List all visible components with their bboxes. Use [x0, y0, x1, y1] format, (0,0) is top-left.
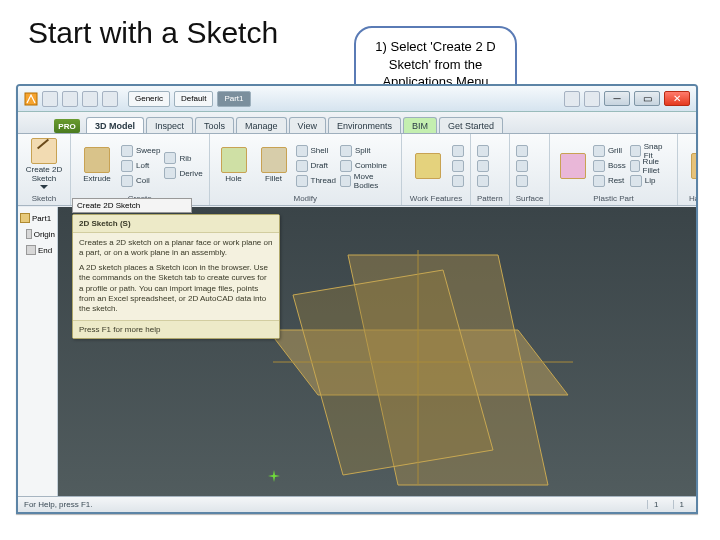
create-2d-sketch-button[interactable]: Create 2D Sketch [24, 138, 64, 193]
loft-button[interactable]: Loft [121, 159, 160, 173]
rect-pattern-button[interactable] [477, 144, 489, 158]
split-label: Split [355, 146, 371, 155]
plastic-col1: Grill Boss Rest [593, 144, 626, 188]
rib-button[interactable]: Rib [164, 151, 202, 165]
draft-button[interactable]: Draft [296, 159, 336, 173]
fillet-label: Fillet [265, 175, 282, 183]
tab-tools[interactable]: Tools [195, 117, 234, 133]
help-button[interactable] [584, 91, 600, 107]
end-icon [26, 245, 36, 255]
group-label: Plastic Part [556, 193, 670, 203]
part-icon [20, 213, 30, 223]
sweep-icon [121, 145, 133, 157]
mirror-button[interactable] [477, 174, 489, 188]
harness-button[interactable] [684, 153, 698, 179]
tab-file[interactable]: PRO [54, 119, 80, 133]
loft-label: Loft [136, 161, 149, 170]
rect-pattern-icon [477, 145, 489, 157]
search-button[interactable] [564, 91, 580, 107]
work-planes [258, 235, 628, 495]
slide-title: Start with a Sketch [28, 16, 278, 50]
group-label: Modify [216, 193, 395, 203]
surface-icon [516, 175, 528, 187]
point-button[interactable] [452, 159, 464, 173]
tree-root[interactable]: Part1 [20, 213, 55, 223]
folder-icon [26, 229, 32, 239]
qat-redo[interactable] [102, 91, 118, 107]
derive-button[interactable]: Derive [164, 166, 202, 180]
tab-bim[interactable]: BIM [403, 117, 437, 133]
draft-label: Draft [311, 161, 328, 170]
tab-view[interactable]: View [289, 117, 326, 133]
lip-label: Lip [645, 176, 656, 185]
shell-icon [296, 145, 308, 157]
boss-label: Boss [608, 161, 626, 170]
rest-button[interactable]: Rest [593, 174, 626, 188]
harness-icon [691, 153, 698, 179]
qat-undo[interactable] [82, 91, 98, 107]
plastic-icon [560, 153, 586, 179]
tree-origin[interactable]: Origin [26, 229, 55, 239]
circ-pattern-button[interactable] [477, 159, 489, 173]
sweep-label: Sweep [136, 146, 160, 155]
plane-button[interactable] [408, 153, 448, 179]
thread-button[interactable]: Thread [296, 174, 336, 188]
window-close[interactable]: ✕ [664, 91, 690, 106]
boss-button[interactable]: Boss [593, 159, 626, 173]
mirror-icon [477, 175, 489, 187]
axis-button[interactable] [452, 144, 464, 158]
circ-pattern-icon [477, 160, 489, 172]
group-surface: Surface [510, 134, 551, 205]
derive-icon [164, 167, 176, 179]
group-workfeatures: Work Features [402, 134, 471, 205]
boss-icon [593, 160, 605, 172]
qat-save[interactable] [62, 91, 78, 107]
window-minimize[interactable]: ─ [604, 91, 630, 106]
group-label: Work Features [408, 193, 464, 203]
window-maximize[interactable]: ▭ [634, 91, 660, 106]
sweep-button[interactable]: Sweep [121, 144, 160, 158]
modify-col1: Shell Draft Thread [296, 144, 336, 188]
qat-open[interactable] [42, 91, 58, 107]
rulefillet-button[interactable]: Rule Fillet [630, 159, 671, 173]
surface-btn3[interactable] [516, 174, 528, 188]
tooltip-title: 2D Sketch (S) [73, 215, 279, 233]
doc-part1[interactable]: Part1 [217, 91, 250, 107]
tab-getstarted[interactable]: Get Started [439, 117, 503, 133]
ucs-button[interactable] [452, 174, 464, 188]
ucs-icon [452, 175, 464, 187]
tab-inspect[interactable]: Inspect [146, 117, 193, 133]
tab-manage[interactable]: Manage [236, 117, 287, 133]
coil-button[interactable]: Coil [121, 174, 160, 188]
sketch-icon [31, 138, 57, 164]
plastic-main[interactable] [556, 153, 589, 179]
snapfit-button[interactable]: Snap Fit [630, 144, 671, 158]
loft-icon [121, 160, 133, 172]
movebodies-button[interactable]: Move Bodies [340, 174, 395, 188]
split-button[interactable]: Split [340, 144, 395, 158]
shell-button[interactable]: Shell [296, 144, 336, 158]
model-browser[interactable]: Part1 Origin End [18, 207, 58, 496]
doc-generic[interactable]: Generic [128, 91, 170, 107]
lip-button[interactable]: Lip [630, 174, 671, 188]
tooltip: 2D Sketch (S) Creates a 2D sketch on a p… [72, 214, 280, 339]
surface-btn2[interactable] [516, 159, 528, 173]
app-icon [24, 92, 38, 106]
tree-end[interactable]: End [26, 245, 55, 255]
grill-button[interactable]: Grill [593, 144, 626, 158]
surface-btn1[interactable] [516, 144, 528, 158]
create-2d-sketch-label: Create 2D Sketch [24, 166, 64, 183]
draft-icon [296, 160, 308, 172]
extrude-button[interactable]: Extrude [77, 147, 117, 183]
tab-3dmodel[interactable]: 3D Model [86, 117, 144, 133]
combine-button[interactable]: Combine [340, 159, 395, 173]
doc-default[interactable]: Default [174, 91, 213, 107]
group-label: Sketch [24, 193, 64, 203]
hole-icon [221, 147, 247, 173]
fillet-button[interactable]: Fillet [256, 147, 292, 183]
group-label: Pattern [477, 193, 503, 203]
hole-button[interactable]: Hole [216, 147, 252, 183]
origin-indicator [268, 468, 280, 480]
tab-environments[interactable]: Environments [328, 117, 401, 133]
extrude-label: Extrude [83, 175, 111, 183]
